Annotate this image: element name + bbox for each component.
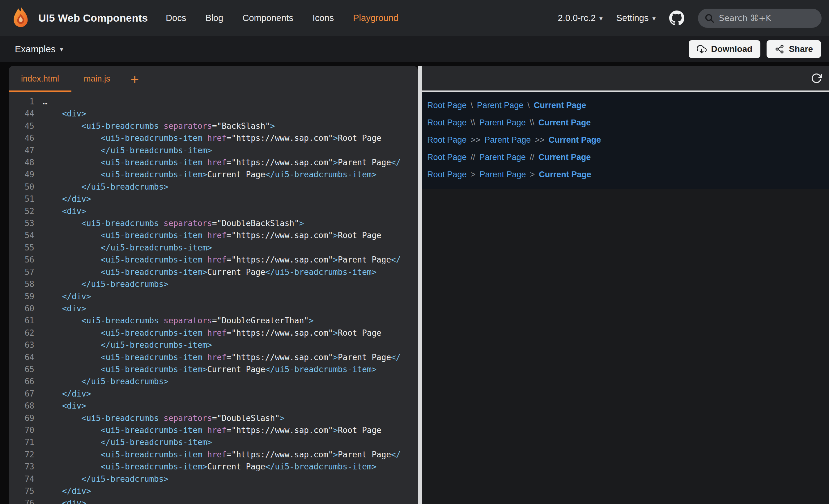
code-line[interactable]: 46 <ui5-breadcrumbs-item href="https://w… bbox=[9, 132, 418, 144]
breadcrumb-link[interactable]: Root Page bbox=[427, 153, 467, 162]
breadcrumb-separator: \ bbox=[471, 101, 473, 110]
line-number: 53 bbox=[9, 218, 34, 229]
settings-dropdown[interactable]: Settings ▾ bbox=[616, 13, 656, 23]
breadcrumb-current: Current Page bbox=[549, 135, 601, 145]
code-line[interactable]: 64 <ui5-breadcrumbs-item href="https://w… bbox=[9, 351, 418, 363]
code-line[interactable]: 75 </div> bbox=[9, 485, 418, 497]
code-line-text: <ui5-breadcrumbs-item>Current Page</ui5-… bbox=[43, 169, 376, 181]
code-editor[interactable]: 1…44 <div>45 <ui5-breadcrumbs separators… bbox=[9, 92, 418, 504]
code-line[interactable]: 50 </ui5-breadcrumbs> bbox=[9, 181, 418, 193]
examples-dropdown[interactable]: Examples ▾ bbox=[15, 44, 63, 54]
share-label: Share bbox=[789, 44, 813, 54]
code-line[interactable]: 74 </ui5-breadcrumbs> bbox=[9, 473, 418, 485]
add-tab-button[interactable]: + bbox=[123, 66, 147, 92]
code-line[interactable]: 76 <div> bbox=[9, 497, 418, 504]
breadcrumb-link[interactable]: Root Page bbox=[427, 170, 467, 180]
nav-link-components[interactable]: Components bbox=[242, 13, 293, 23]
code-line[interactable]: 70 <ui5-breadcrumbs-item href="https://w… bbox=[9, 424, 418, 436]
nav-link-blog[interactable]: Blog bbox=[205, 13, 223, 23]
line-number: 66 bbox=[9, 376, 34, 388]
breadcrumb-separator: >> bbox=[535, 135, 545, 145]
preview-toolbar bbox=[422, 66, 829, 92]
code-line[interactable]: 61 <ui5-breadcrumbs separators="DoubleGr… bbox=[9, 315, 418, 327]
code-line[interactable]: 71 </ui5-breadcrumbs-item> bbox=[9, 436, 418, 449]
code-line[interactable]: 68 <div> bbox=[9, 400, 418, 412]
breadcrumb-link[interactable]: Root Page bbox=[427, 118, 467, 127]
code-line[interactable]: 60 <div> bbox=[9, 303, 418, 315]
code-line[interactable]: 56 <ui5-breadcrumbs-item href="https://w… bbox=[9, 254, 418, 266]
main-nav: DocsBlogComponentsIconsPlayground bbox=[166, 13, 398, 23]
code-line[interactable]: 62 <ui5-breadcrumbs-item href="https://w… bbox=[9, 327, 418, 339]
breadcrumb-link[interactable]: Root Page bbox=[427, 101, 467, 110]
github-icon[interactable] bbox=[669, 10, 684, 26]
breadcrumb-current: Current Page bbox=[534, 101, 586, 110]
code-line[interactable]: 72 <ui5-breadcrumbs-item href="https://w… bbox=[9, 449, 418, 461]
code-line[interactable]: 49 <ui5-breadcrumbs-item>Current Page</u… bbox=[9, 169, 418, 181]
code-line[interactable]: 59 </div> bbox=[9, 290, 418, 303]
code-line[interactable]: 45 <ui5-breadcrumbs separators="BackSlas… bbox=[9, 120, 418, 132]
version-dropdown[interactable]: 2.0.0-rc.2 ▾ bbox=[558, 13, 603, 23]
version-label: 2.0.0-rc.2 bbox=[558, 13, 596, 23]
chevron-down-icon: ▾ bbox=[652, 15, 656, 22]
breadcrumb-link[interactable]: Parent Page bbox=[479, 153, 526, 162]
code-line[interactable]: 51 </div> bbox=[9, 193, 418, 205]
code-line-text: </div> bbox=[43, 290, 91, 303]
code-line-text: </ui5-breadcrumbs> bbox=[43, 376, 169, 388]
share-button[interactable]: Share bbox=[766, 40, 821, 58]
code-line[interactable]: 73 <ui5-breadcrumbs-item>Current Page</u… bbox=[9, 461, 418, 473]
line-number: 50 bbox=[9, 181, 34, 193]
code-line[interactable]: 69 <ui5-breadcrumbs separators="DoubleSl… bbox=[9, 412, 418, 424]
line-number: 62 bbox=[9, 327, 34, 339]
chevron-down-icon: ▾ bbox=[60, 46, 63, 53]
code-line-text: <div> bbox=[43, 400, 86, 412]
code-line[interactable]: 48 <ui5-breadcrumbs-item href="https://w… bbox=[9, 157, 418, 169]
code-line[interactable]: 44 <div> bbox=[9, 108, 418, 120]
breadcrumb-link[interactable]: Parent Page bbox=[479, 170, 526, 180]
code-line[interactable]: 55 </ui5-breadcrumbs-item> bbox=[9, 242, 418, 254]
examples-label: Examples bbox=[15, 44, 56, 54]
download-button[interactable]: Download bbox=[689, 40, 760, 58]
nav-link-playground[interactable]: Playground bbox=[353, 13, 398, 23]
code-line[interactable]: 67 </div> bbox=[9, 388, 418, 400]
breadcrumb-current: Current Page bbox=[538, 118, 591, 127]
code-line-text: </ui5-breadcrumbs-item> bbox=[43, 339, 212, 351]
breadcrumb-link[interactable]: Root Page bbox=[427, 135, 467, 145]
line-number: 45 bbox=[9, 120, 34, 132]
code-line[interactable]: 47 </ui5-breadcrumbs-item> bbox=[9, 145, 418, 157]
code-line[interactable]: 66 </ui5-breadcrumbs> bbox=[9, 376, 418, 388]
breadcrumb-link[interactable]: Parent Page bbox=[477, 101, 523, 110]
tab-main.js[interactable]: main.js bbox=[71, 66, 123, 92]
code-line[interactable]: 65 <ui5-breadcrumbs-item>Current Page</u… bbox=[9, 363, 418, 376]
breadcrumb-link[interactable]: Parent Page bbox=[479, 118, 526, 127]
code-line[interactable]: 1… bbox=[9, 96, 418, 108]
search-box[interactable] bbox=[698, 9, 822, 28]
code-line-text: <div> bbox=[43, 303, 86, 315]
breadcrumb-separator: \\ bbox=[530, 118, 534, 127]
code-line[interactable]: 63 </ui5-breadcrumbs-item> bbox=[9, 339, 418, 351]
code-line-text: </ui5-breadcrumbs-item> bbox=[43, 242, 212, 254]
code-line[interactable]: 54 <ui5-breadcrumbs-item href="https://w… bbox=[9, 229, 418, 241]
code-line[interactable]: 57 <ui5-breadcrumbs-item>Current Page</u… bbox=[9, 266, 418, 278]
brand[interactable]: UI5 Web Components bbox=[10, 6, 148, 31]
code-line[interactable]: 53 <ui5-breadcrumbs separators="DoubleBa… bbox=[9, 218, 418, 229]
code-line[interactable]: 52 <div> bbox=[9, 205, 418, 218]
refresh-icon[interactable] bbox=[811, 73, 822, 84]
panel-resizer[interactable] bbox=[418, 66, 422, 504]
code-line-text: <ui5-breadcrumbs separators="BackSlash"> bbox=[43, 120, 275, 132]
cloud-download-icon bbox=[697, 44, 707, 54]
breadcrumb-link[interactable]: Parent Page bbox=[484, 135, 531, 145]
search-input[interactable] bbox=[719, 13, 816, 23]
code-line-text: <ui5-breadcrumbs-item href="https://www.… bbox=[43, 229, 382, 241]
nav-link-icons[interactable]: Icons bbox=[313, 13, 334, 23]
line-number: 57 bbox=[9, 266, 34, 278]
breadcrumb-separator: >> bbox=[471, 135, 481, 145]
code-line[interactable]: 58 </ui5-breadcrumbs> bbox=[9, 278, 418, 290]
nav-link-docs[interactable]: Docs bbox=[166, 13, 186, 23]
line-number: 71 bbox=[9, 436, 34, 449]
code-line-text: <ui5-breadcrumbs-item>Current Page</ui5-… bbox=[43, 461, 376, 473]
code-line-text: <div> bbox=[43, 108, 86, 120]
share-icon bbox=[774, 44, 785, 54]
tab-index.html[interactable]: index.html bbox=[9, 66, 71, 92]
download-label: Download bbox=[711, 44, 752, 54]
breadcrumb-separator: // bbox=[530, 153, 534, 162]
